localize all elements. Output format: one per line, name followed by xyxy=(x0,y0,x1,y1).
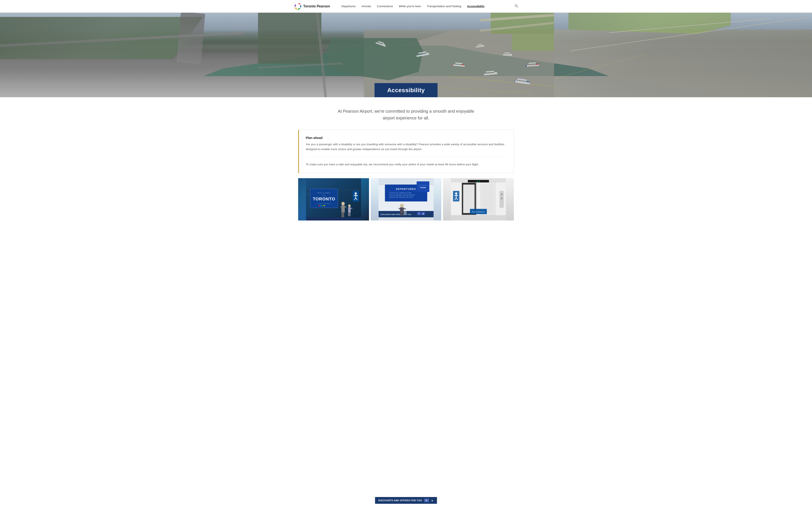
svg-rect-61 xyxy=(348,207,351,213)
svg-rect-71 xyxy=(306,217,361,220)
svg-rect-101 xyxy=(451,215,506,220)
svg-rect-58 xyxy=(341,212,342,217)
svg-point-50 xyxy=(319,205,320,206)
hero-badge: Accessibility xyxy=(374,83,438,97)
svg-text:DEPARTURES: DEPARTURES xyxy=(396,188,416,190)
site-header: Toronto Pearson Departures Arrivals Conn… xyxy=(0,0,812,13)
svg-point-52 xyxy=(322,205,323,206)
card-3-svg: ▲ ▼ ▲ 3 ACCESSIBLE xyxy=(443,178,514,220)
main-content: At Pearson Airport, we're committed to p… xyxy=(290,97,522,220)
card-1-svg: WELCOME TO TORONTO toronto pearson xyxy=(298,178,369,220)
svg-text:OFFERS: OFFERS xyxy=(420,187,426,188)
logo-icon xyxy=(294,3,301,10)
svg-rect-63 xyxy=(348,212,349,216)
svg-text:▲: ▲ xyxy=(501,194,502,195)
svg-point-51 xyxy=(320,205,321,206)
svg-point-66 xyxy=(355,193,357,195)
card-2-background: DEPARTURES 07:30 AC 123 LONDON ON TIME 0… xyxy=(371,178,442,220)
svg-rect-95 xyxy=(400,213,402,216)
svg-point-53 xyxy=(324,205,325,206)
cards-row: WELCOME TO TORONTO toronto pearson xyxy=(298,178,514,220)
svg-rect-107 xyxy=(482,184,494,213)
intro-line1: At Pearson Airport, we're committed to p… xyxy=(338,109,474,114)
card-2-svg: DEPARTURES 07:30 AC 123 LONDON ON TIME 0… xyxy=(371,178,442,220)
svg-text:▲: ▲ xyxy=(422,212,424,215)
svg-text:ACCESSIBLE: ACCESSIBLE xyxy=(472,211,485,213)
svg-text:toronto pearson: toronto pearson xyxy=(317,203,331,204)
info-block-secondary: To make sure you have a safe and enjoyab… xyxy=(306,157,507,167)
info-block-body: Are you a passenger with a disability or… xyxy=(306,142,507,152)
main-nav: Departures Arrivals Connections While yo… xyxy=(338,5,515,8)
info-block: Plan ahead Are you a passenger with a di… xyxy=(298,130,514,173)
nav-transportation-parking[interactable]: Transportation and Parking xyxy=(424,5,464,8)
svg-text:DISCOUNTS AND OFFERS FOR YOU: DISCOUNTS AND OFFERS FOR YOU xyxy=(380,214,411,215)
hero-section: Accessibility xyxy=(0,13,812,97)
card-1-background: WELCOME TO TORONTO toronto pearson xyxy=(298,178,369,220)
svg-point-0 xyxy=(296,5,299,8)
svg-line-2 xyxy=(517,7,518,8)
card-elevator[interactable]: ▲ ▼ ▲ 3 ACCESSIBLE xyxy=(443,178,514,220)
nav-accessibility[interactable]: Accessibility xyxy=(464,5,488,8)
svg-text:TO: TO xyxy=(322,195,326,197)
nav-while-youre-here[interactable]: While you're here xyxy=(396,5,424,8)
logo-text: Toronto Pearson xyxy=(303,4,330,8)
nav-arrivals[interactable]: Arrivals xyxy=(359,5,374,8)
card-3-background: ▲ ▼ ▲ 3 ACCESSIBLE xyxy=(443,178,514,220)
nav-connections[interactable]: Connections xyxy=(374,5,396,8)
svg-rect-82 xyxy=(416,181,429,192)
svg-rect-59 xyxy=(343,212,344,217)
nav-departures[interactable]: Departures xyxy=(338,5,359,8)
svg-point-114 xyxy=(455,193,457,195)
svg-text:1: 1 xyxy=(418,213,419,215)
svg-text:DISCOUNTS: DISCOUNTS xyxy=(418,184,428,186)
intro-line2: airport experience for all. xyxy=(383,116,429,120)
card-welcome[interactable]: WELCOME TO TORONTO toronto pearson xyxy=(298,178,369,220)
svg-text:WELCOME: WELCOME xyxy=(317,192,330,194)
info-block-title: Plan ahead xyxy=(306,136,507,139)
intro-text: At Pearson Airport, we're committed to p… xyxy=(298,97,514,130)
svg-point-60 xyxy=(348,204,351,207)
card-discounts[interactable]: DEPARTURES 07:30 AC 123 LONDON ON TIME 0… xyxy=(371,178,442,220)
svg-text:09:00  BA 789  TORONTO   DELAY: 09:00 BA 789 TORONTO DELAYED xyxy=(389,197,413,198)
svg-text:08:15  UA 456  NEW YORK  BOARD: 08:15 UA 456 NEW YORK BOARDING xyxy=(389,194,415,196)
svg-text:TORONTO: TORONTO xyxy=(313,197,335,201)
svg-text:▼: ▼ xyxy=(501,198,502,199)
site-logo[interactable]: Toronto Pearson xyxy=(294,3,330,10)
svg-point-91 xyxy=(400,204,404,208)
svg-rect-106 xyxy=(463,184,475,213)
search-icon[interactable] xyxy=(515,4,518,8)
svg-rect-64 xyxy=(349,212,351,216)
svg-rect-96 xyxy=(402,213,403,216)
svg-point-54 xyxy=(341,202,345,205)
svg-text:07:30  AC 123  LONDON    ON TI: 07:30 AC 123 LONDON ON TIME xyxy=(389,192,411,194)
svg-text:▲ 3: ▲ 3 xyxy=(477,180,480,182)
